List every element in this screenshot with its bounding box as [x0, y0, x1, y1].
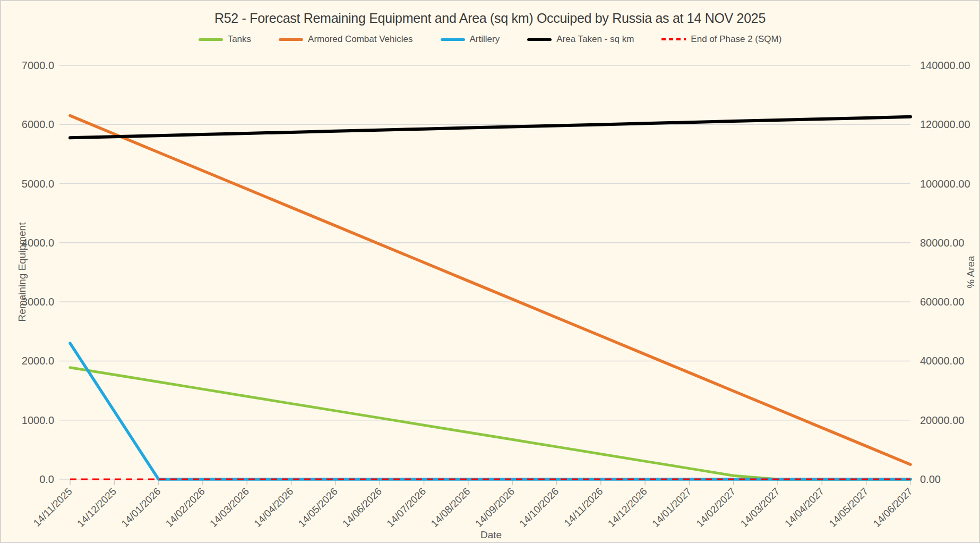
x-axis-tick-label: 14/04/2027 [783, 486, 826, 529]
x-axis-tick-label: 14/01/2026 [119, 486, 162, 529]
x-axis-tick-label: 14/07/2026 [384, 486, 428, 529]
y-axis-tick-label-right: 0.00 [920, 473, 941, 485]
y-axis-tick-label-left: 2000.0 [22, 355, 54, 367]
y-axis-tick-label-right: 140000.00 [920, 60, 970, 71]
y-axis-tick-label-left: 0.0 [39, 473, 54, 485]
x-axis-tick-label: 14/12/2025 [75, 486, 118, 529]
x-axis-tick-label: 14/06/2026 [340, 486, 384, 529]
y-axis-tick-label-right: 60000.00 [920, 296, 964, 308]
y-axis-title-left: Remaining Equipment [16, 223, 28, 322]
x-axis-tick-label: 14/09/2026 [473, 486, 517, 529]
x-axis-tick-label: 14/01/2027 [650, 486, 693, 529]
x-axis-tick-label: 14/05/2027 [827, 486, 870, 529]
x-axis-tick-label: 14/12/2026 [606, 486, 649, 529]
x-axis-tick-label: 14/11/2026 [562, 486, 605, 529]
y-axis-tick-label-right: 40000.00 [920, 355, 964, 367]
y-axis-tick-label-left: 7000.0 [22, 60, 54, 71]
x-axis-tick-label: 14/03/2027 [738, 486, 782, 529]
y-axis-tick-label-right: 20000.00 [920, 414, 964, 426]
series-line-armored-combat-vehicles [70, 116, 910, 465]
x-axis-tick-label: 14/02/2026 [164, 486, 207, 529]
y-axis-tick-label-right: 80000.00 [920, 237, 964, 249]
y-axis-tick-label-right: 100000.00 [920, 178, 970, 190]
x-axis-tick-label: 14/03/2026 [208, 486, 251, 529]
x-axis-tick-label: 14/05/2026 [296, 486, 340, 529]
series-line-area-taken-sq-km [70, 117, 910, 138]
x-axis-tick-label: 14/08/2026 [429, 486, 472, 529]
y-axis-tick-label-left: 1000.0 [22, 414, 54, 426]
x-axis-tick-label: 14/04/2026 [252, 486, 295, 529]
x-axis-tick-label: 14/10/2026 [517, 486, 561, 529]
y-axis-title-right: % Area [965, 256, 977, 288]
x-axis-tick-label: 14/06/2027 [871, 486, 915, 529]
x-axis-title: Date [1, 529, 980, 541]
y-axis-tick-label-left: 5000.0 [22, 178, 54, 190]
series-line-tanks [70, 368, 910, 479]
x-axis-tick-label: 14/02/2027 [694, 486, 737, 529]
y-axis-tick-label-right: 120000.00 [920, 118, 970, 130]
plot-area: 7000.06000.05000.04000.03000.02000.01000… [1, 1, 980, 543]
x-axis-tick-label: 14/11/2025 [31, 486, 74, 529]
chart-canvas: R52 - Forecast Remaining Equipment and A… [0, 0, 980, 543]
y-axis-tick-label-left: 6000.0 [22, 118, 54, 130]
